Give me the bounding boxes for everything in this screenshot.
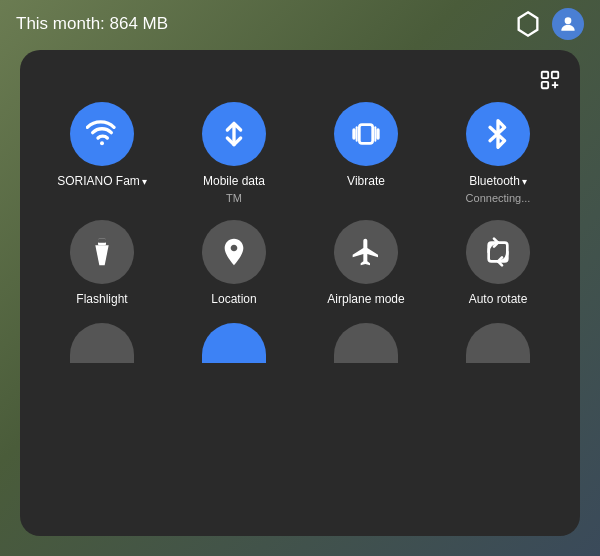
- avatar-icon[interactable]: [552, 8, 584, 40]
- flashlight-tile[interactable]: Flashlight: [47, 220, 157, 306]
- bottom-tile-2[interactable]: [179, 323, 289, 363]
- mobile-data-tile[interactable]: Mobile data TM: [179, 102, 289, 204]
- vibrate-label: Vibrate: [347, 174, 385, 188]
- airplane-tile[interactable]: Airplane mode: [311, 220, 421, 306]
- location-circle: [202, 220, 266, 284]
- bluetooth-label: Bluetooth: [469, 174, 520, 188]
- status-bar: This month: 864 MB: [0, 0, 600, 48]
- quick-settings-panel: SORIANO Fam ▾ Mobile data TM: [20, 50, 580, 536]
- wifi-dropdown-arrow: ▾: [142, 176, 147, 187]
- bottom-tile-3[interactable]: [311, 323, 421, 363]
- mobile-data-sublabel: TM: [226, 192, 242, 204]
- svg-marker-0: [519, 12, 538, 35]
- svg-point-1: [565, 17, 572, 24]
- bottom-tile-1-circle: [70, 323, 134, 363]
- status-icons: [512, 8, 584, 40]
- svg-rect-2: [542, 72, 548, 78]
- svg-rect-4: [542, 82, 548, 88]
- data-usage-title: This month: 864 MB: [16, 14, 168, 34]
- tiles-row-bottom: [36, 323, 564, 363]
- wifi-circle: [70, 102, 134, 166]
- vibrate-circle: [334, 102, 398, 166]
- bottom-tile-2-circle: [202, 323, 266, 363]
- mobile-data-label: Mobile data: [203, 174, 265, 188]
- bluetooth-tile[interactable]: Bluetooth ▾ Connecting...: [443, 102, 553, 204]
- tiles-row-2: Flashlight Location Airplane mode: [36, 220, 564, 306]
- location-tile[interactable]: Location: [179, 220, 289, 306]
- tiles-row-1: SORIANO Fam ▾ Mobile data TM: [36, 102, 564, 204]
- flashlight-circle: [70, 220, 134, 284]
- location-label: Location: [211, 292, 256, 306]
- bottom-tile-4[interactable]: [443, 323, 553, 363]
- bluetooth-circle: [466, 102, 530, 166]
- airplane-label: Airplane mode: [327, 292, 404, 306]
- svg-point-5: [100, 141, 104, 145]
- svg-rect-8: [98, 239, 106, 243]
- bluetooth-sublabel: Connecting...: [466, 192, 531, 204]
- svg-rect-3: [552, 72, 558, 78]
- edit-button[interactable]: [536, 66, 564, 94]
- bottom-tile-4-circle: [466, 323, 530, 363]
- auto-rotate-tile[interactable]: Auto rotate: [443, 220, 553, 306]
- mobile-data-circle: [202, 102, 266, 166]
- bottom-tile-3-circle: [334, 323, 398, 363]
- auto-rotate-label: Auto rotate: [469, 292, 528, 306]
- wifi-label: SORIANO Fam: [57, 174, 140, 188]
- bottom-tile-1[interactable]: [47, 323, 157, 363]
- svg-rect-6: [359, 125, 372, 144]
- wifi-tile[interactable]: SORIANO Fam ▾: [47, 102, 157, 188]
- hexagon-icon[interactable]: [512, 8, 544, 40]
- auto-rotate-circle: [466, 220, 530, 284]
- vibrate-tile[interactable]: Vibrate: [311, 102, 421, 188]
- airplane-circle: [334, 220, 398, 284]
- bluetooth-dropdown-arrow: ▾: [522, 176, 527, 187]
- flashlight-label: Flashlight: [76, 292, 127, 306]
